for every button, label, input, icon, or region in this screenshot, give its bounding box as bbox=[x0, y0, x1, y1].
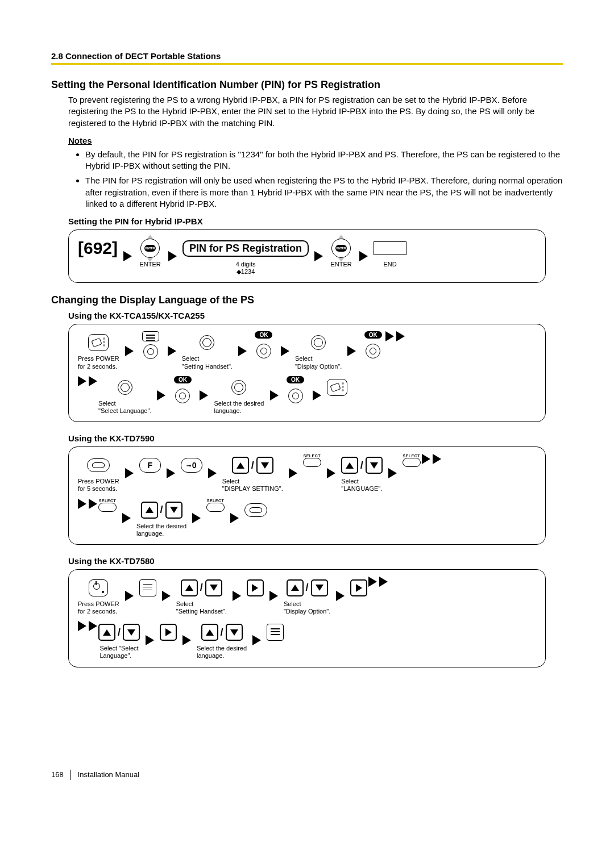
section-header: 2.8 Connection of DECT Portable Stations bbox=[51, 51, 563, 61]
step-caption: Press POWERfor 2 seconds. bbox=[78, 600, 119, 615]
slash: / bbox=[118, 627, 121, 639]
menu-icon bbox=[267, 624, 284, 641]
enter-dial-icon: ENTER bbox=[138, 236, 163, 261]
arrow-icon bbox=[182, 635, 191, 645]
arrow-icon bbox=[146, 635, 154, 645]
step-caption: Press POWERfor 2 seconds. bbox=[78, 355, 119, 370]
select-button-icon: SELECT bbox=[403, 454, 421, 467]
joystick-icon bbox=[227, 376, 250, 399]
arrow-icon bbox=[327, 468, 335, 478]
pin-proc-heading: Setting the PIN for Hybrid IP-PBX bbox=[68, 216, 563, 226]
joystick-icon bbox=[307, 331, 330, 354]
arrow-icon bbox=[388, 468, 397, 478]
right-key-icon bbox=[350, 579, 367, 596]
step-caption: Select"Display Option". bbox=[295, 355, 342, 370]
step-caption: Select "SelectLanguage". bbox=[99, 645, 138, 660]
enter-dial-icon: ENTER bbox=[329, 236, 354, 261]
arrow-icon bbox=[359, 251, 368, 261]
up-key-icon bbox=[141, 502, 158, 519]
arrow-icon bbox=[125, 346, 134, 356]
td7590-proc-box: Press POWERfor 5 seconds. F ⊸0 / Select"… bbox=[68, 446, 546, 545]
slash: / bbox=[251, 460, 254, 471]
arrow-icon bbox=[78, 376, 98, 386]
handset-icon bbox=[88, 334, 109, 351]
divider bbox=[51, 63, 563, 65]
select-button-icon: SELECT bbox=[206, 499, 225, 512]
arrow-icon bbox=[314, 251, 323, 261]
step-caption: Select the desiredlanguage. bbox=[214, 400, 264, 415]
down-key-icon bbox=[165, 502, 182, 519]
note-item: By default, the PIN for PS registration … bbox=[85, 149, 563, 172]
arrow-icon bbox=[289, 468, 297, 478]
step-caption: Select"Select Language". bbox=[98, 400, 151, 415]
notes-list: By default, the PIN for PS registration … bbox=[85, 149, 563, 210]
page: 2.8 Connection of DECT Portable Stations… bbox=[0, 0, 614, 803]
up-key-icon bbox=[287, 579, 304, 596]
down-key-icon bbox=[311, 579, 328, 596]
arrow-icon bbox=[167, 468, 175, 478]
arrow-icon bbox=[157, 390, 165, 400]
end-label: END bbox=[383, 261, 396, 268]
arrow-icon bbox=[384, 331, 406, 341]
up-key-icon bbox=[341, 457, 358, 474]
power-icon bbox=[89, 579, 108, 596]
pin-proc-box: [692] ENTER ENTER PIN for PS Registratio… bbox=[68, 229, 546, 283]
footer-label: Installation Manual bbox=[78, 770, 139, 779]
menu-icon bbox=[139, 579, 156, 596]
ok-badge: OK bbox=[364, 331, 382, 339]
f-key-icon: F bbox=[139, 458, 161, 473]
ok-badge: OK bbox=[255, 331, 272, 339]
arrow-icon bbox=[252, 635, 261, 645]
tca-proc-box: Press POWERfor 2 seconds. Select"Setting… bbox=[68, 324, 546, 422]
down-key-icon bbox=[226, 624, 243, 641]
right-key-icon bbox=[160, 624, 177, 641]
joystick-icon bbox=[362, 340, 384, 362]
step-caption: Select"Display Option". bbox=[284, 600, 330, 615]
page-number: 168 bbox=[51, 770, 64, 779]
handset-icon bbox=[327, 379, 347, 396]
joystick-icon bbox=[114, 376, 136, 399]
up-key-icon bbox=[201, 624, 218, 641]
down-key-icon bbox=[366, 457, 383, 474]
arrow-icon bbox=[238, 346, 247, 356]
arrow-icon bbox=[168, 251, 177, 261]
arrow-icon bbox=[347, 346, 356, 356]
step-caption: Select the desiredlanguage. bbox=[197, 645, 247, 660]
divider bbox=[70, 770, 71, 780]
tca-heading: Using the KX-TCA155/KX-TCA255 bbox=[68, 311, 563, 320]
arrow-icon bbox=[78, 621, 98, 631]
down-key-icon bbox=[123, 624, 140, 641]
slash: / bbox=[200, 582, 203, 594]
arrow-icon bbox=[125, 591, 134, 601]
arrow-icon bbox=[269, 591, 278, 601]
arrow-icon bbox=[168, 346, 176, 356]
ok-badge: OK bbox=[174, 376, 192, 383]
slash: / bbox=[306, 582, 309, 594]
arrow-icon bbox=[192, 513, 201, 523]
arrow-icon bbox=[122, 513, 131, 523]
joystick-icon bbox=[252, 340, 275, 362]
arrow-icon bbox=[123, 251, 132, 261]
up-key-icon bbox=[232, 457, 249, 474]
slash: / bbox=[360, 460, 363, 471]
select-button-icon: SELECT bbox=[303, 454, 321, 467]
pin-pill: PIN for PS Registration bbox=[182, 240, 309, 257]
down-key-icon bbox=[256, 457, 273, 474]
td7590-heading: Using the KX-TD7590 bbox=[68, 433, 563, 443]
arrow-icon bbox=[200, 390, 208, 400]
arrow-icon bbox=[270, 390, 279, 400]
slash: / bbox=[221, 627, 223, 639]
td7580-proc-box: Press POWERfor 2 seconds. / Select"Setti… bbox=[68, 569, 546, 667]
phone-icon bbox=[244, 503, 267, 517]
step-caption: Select"LANGUAGE". bbox=[341, 478, 382, 493]
arrow-icon bbox=[162, 591, 171, 601]
arrow-icon bbox=[336, 591, 345, 601]
page-footer: 168 Installation Manual bbox=[51, 770, 563, 780]
up-key-icon bbox=[181, 579, 198, 596]
right-key-icon bbox=[247, 579, 264, 596]
pin-title: Setting the Personal Identification Numb… bbox=[51, 79, 563, 91]
slash: / bbox=[160, 504, 163, 516]
zero-key-icon: ⊸0 bbox=[181, 458, 202, 473]
step-caption: Select the desiredlanguage. bbox=[136, 523, 186, 537]
joystick-icon bbox=[139, 340, 162, 363]
